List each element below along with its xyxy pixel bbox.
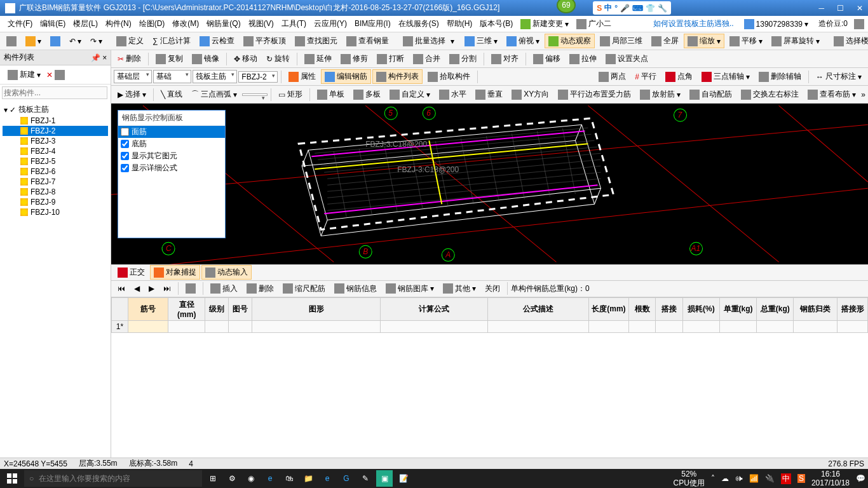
viewport-3d[interactable]: 钢筋显示控制面板 面筋 底筋 显示其它图元 显示详细公式 [111,104,868,264]
new-file-button[interactable] [3,34,20,48]
rect-button[interactable]: ▭矩形 [275,87,306,102]
tree-root[interactable]: ▾ ✓ 筏板主筋 [3,104,108,116]
topview-button[interactable]: 俯视▾ [503,34,543,48]
menu-component[interactable]: 构件(N) [102,18,135,29]
menu-help[interactable]: 帮助(H) [443,18,477,29]
rebar-display-panel[interactable]: 钢筋显示控制面板 面筋 底筋 显示其它图元 显示详细公式 [118,110,226,238]
task-ico-2[interactable]: ◉ [243,470,259,487]
stretch-button[interactable]: 拉伸 [566,51,600,66]
find-button[interactable]: 查找图元 [291,34,341,48]
multi-button[interactable]: 多板 [349,87,384,102]
delaux-button[interactable]: 删除辅轴 [755,69,805,84]
delete2-button[interactable]: 删除 [243,281,278,296]
taskbar-search[interactable]: ○在这里输入你要搜索的内容 [24,470,202,487]
task-ico-folder[interactable]: 📁 [300,470,316,487]
radial-button[interactable]: 放射筋▾ [636,87,684,102]
rotate-button[interactable]: 屏幕旋转▾ [768,34,824,48]
search-input[interactable] [2,86,107,99]
tree-item-selected[interactable]: FBZJ-2 [3,126,108,136]
tree-item[interactable]: FBZJ-4 [3,146,108,156]
custom-button[interactable]: 自定义▾ [386,87,434,102]
task-view-icon[interactable]: ⊞ [205,470,221,487]
dynview-button[interactable]: 动态观察 [545,34,595,48]
sumcalc-button[interactable]: ∑ 汇总计算 [149,34,194,48]
pick-button[interactable]: 拾取构件 [424,69,474,84]
undo-button[interactable]: ↶▾ [65,35,85,48]
row-1[interactable]: 1* [112,320,128,332]
define-button[interactable]: 定义 [112,34,147,48]
phone-display[interactable]: 13907298339▾ [740,17,812,31]
combo-rebar[interactable]: 筏板主筋 [193,70,237,83]
tree-item[interactable]: FBZJ-1 [3,116,108,126]
task-ico-1[interactable]: ⚙ [224,470,240,487]
close-button[interactable]: 关闭 [481,281,504,296]
tree-item[interactable]: FBZJ-3 [3,136,108,146]
last-button[interactable]: ⏭ [159,282,175,295]
offset-button[interactable]: 偏移 [529,51,564,66]
task-ico-store[interactable]: 🛍 [281,470,297,487]
menu-cloud[interactable]: 云应用(Y) [310,18,351,29]
para-button[interactable]: #平行 [631,69,660,84]
user-button[interactable]: 广小二 [573,17,615,31]
tree-item[interactable]: FBZJ-6 [3,166,108,177]
tree-item[interactable]: FBZJ-10 [3,207,108,217]
threept-button[interactable]: 三点辅轴▾ [698,69,754,84]
editsteel-button[interactable]: 编辑钢筋 [321,69,371,84]
info-button[interactable]: 钢筋信息 [330,281,381,296]
component-tree[interactable]: ▾ ✓ 筏板主筋 FBZJ-1 FBZJ-2 FBZJ-3 FBZJ-4 FBZ… [0,101,111,220]
menu-edit[interactable]: 编辑(E) [36,18,69,29]
move-button[interactable]: ✥移动 [230,51,261,66]
task-ico-g[interactable]: G [338,470,355,487]
new-change-button[interactable]: 新建变更▾ [517,17,573,31]
mirror-button[interactable]: 镜像 [188,51,223,66]
opt-top[interactable]: 面筋 [118,126,225,138]
complist-button[interactable]: 构件列表 [372,69,423,84]
auto-button[interactable]: 自动配筋 [686,87,736,102]
trim-button[interactable]: 修剪 [337,51,372,66]
merge-button[interactable]: 合并 [409,51,444,66]
task-ico-8[interactable]: 📝 [395,470,412,487]
insert-button[interactable]: 插入 [207,281,241,296]
win-min[interactable]: ─ [818,4,824,13]
prev-button[interactable]: ◀ [130,282,144,295]
opt-bottom[interactable]: 底筋 [118,138,225,150]
extend-button[interactable]: 延伸 [301,51,336,66]
align-button[interactable]: 对齐 [487,51,522,66]
menu-rebar[interactable]: 钢筋量(Q) [203,18,244,29]
open-file-button[interactable]: ▾ [22,34,45,48]
paraforce-button[interactable]: 平行边布置受力筋 [554,87,635,102]
win-max[interactable]: ☐ [837,4,844,13]
combo-type[interactable]: 基础 [153,70,191,83]
opt-detail[interactable]: 显示详细公式 [118,162,225,174]
vert-button[interactable]: 垂直 [471,87,506,102]
menu-version[interactable]: 版本号(B) [476,18,517,29]
copy-icon[interactable] [55,70,65,80]
menu-floor[interactable]: 楼层(L) [69,18,102,29]
split-button[interactable]: 分割 [445,51,480,66]
dim-button[interactable]: ↔尺寸标注▾ [812,69,865,84]
zoom-button[interactable]: 缩放▾ [684,34,724,48]
dynin-toggle[interactable]: 动态输入 [201,265,252,280]
attr-button[interactable]: 属性 [285,69,320,84]
viewbar-button[interactable]: 查看布筋▾ [804,87,860,102]
start-button[interactable] [3,470,22,487]
copy-button[interactable]: 复制 [152,51,187,66]
opt-other[interactable]: 显示其它图元 [118,150,225,162]
task-ico-7[interactable]: ✎ [357,470,374,487]
ptang-button[interactable]: 点角 [661,69,696,84]
menu-online[interactable]: 在线服务(S) [395,18,443,29]
next-button[interactable]: ▶ [145,282,158,295]
menu-view[interactable]: 视图(V) [245,18,278,29]
single-button[interactable]: 单板 [313,87,348,102]
menu-draw[interactable]: 绘图(D) [135,18,169,29]
menu-file[interactable]: 文件(F) [4,18,36,29]
viewsteel-button[interactable]: 查看钢量 [342,34,393,48]
arc-button[interactable]: ⌒三点画弧▾ [187,87,241,102]
local3d-button[interactable]: 局部三维 [596,34,646,48]
lib-button[interactable]: 钢筋图库▾ [382,281,438,296]
new-component-button[interactable]: 新建▾ [4,67,44,82]
batch-button[interactable]: 批量选择 [399,34,449,48]
task-ico-ie[interactable]: e [319,470,336,487]
pin-icon[interactable]: 📌 × [91,53,107,62]
save-button[interactable] [46,34,64,48]
